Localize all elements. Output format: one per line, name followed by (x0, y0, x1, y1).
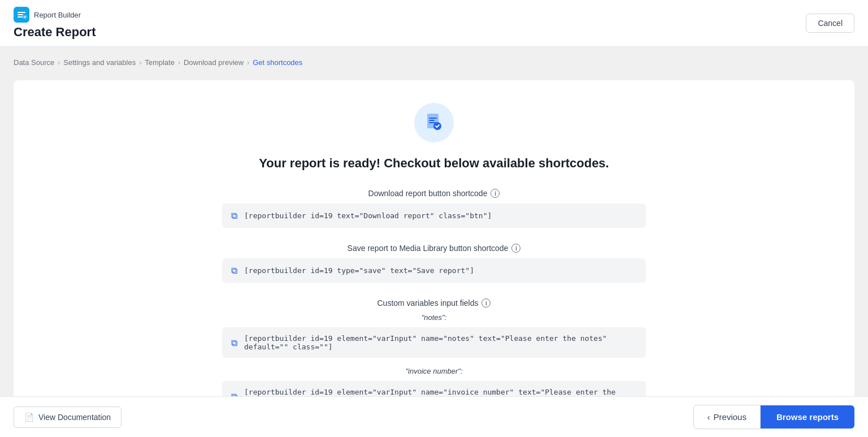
save-shortcode-text: [reportbuilder id=19 type="save" text="S… (244, 266, 474, 275)
breadcrumb-sep-3: › (178, 59, 180, 67)
header-left: Report Builder Create Report (14, 7, 96, 40)
footer: 📄 View Documentation ‹ Previous Browse r… (0, 396, 868, 437)
save-shortcode-box: ⧉ [reportbuilder id=19 type="save" text=… (222, 258, 646, 283)
variables-section: Custom variables input fields i "notes":… (222, 298, 646, 396)
app-name: Report Builder (34, 11, 81, 19)
save-shortcode-section: Save report to Media Library button shor… (222, 244, 646, 283)
download-shortcode-box: ⧉ [reportbuilder id=19 text="Download re… (222, 204, 646, 228)
notes-shortcode-box: ⧉ [reportbuilder id=19 element="varInput… (222, 327, 646, 358)
invoice-variable-label: "invoice number": (406, 367, 463, 375)
breadcrumb-item-download[interactable]: Download preview (184, 58, 244, 67)
report-file-icon (424, 113, 444, 133)
doc-page-icon: 📄 (24, 413, 34, 422)
breadcrumb-sep-2: › (139, 59, 141, 67)
save-shortcode-info-icon[interactable]: i (511, 244, 520, 253)
breadcrumb-item-data-source[interactable]: Data Source (14, 58, 54, 67)
cancel-button[interactable]: Cancel (806, 14, 854, 33)
invoice-copy-icon[interactable]: ⧉ (231, 391, 237, 397)
invoice-shortcode-text: [reportbuilder id=19 element="varInput" … (244, 388, 637, 396)
download-copy-icon[interactable]: ⧉ (231, 210, 237, 221)
notes-variable-label: "notes": (422, 313, 447, 322)
download-shortcode-text: [reportbuilder id=19 text="Download repo… (244, 211, 492, 220)
invoice-shortcode-box: ⧉ [reportbuilder id=19 element="varInput… (222, 381, 646, 396)
save-copy-icon[interactable]: ⧉ (231, 265, 237, 276)
previous-chevron-icon: ‹ (708, 412, 710, 422)
breadcrumb-sep-4: › (247, 59, 249, 67)
breadcrumb-item-template[interactable]: Template (145, 58, 175, 67)
main-heading: Your report is ready! Checkout below ava… (259, 156, 609, 171)
download-shortcode-info-icon[interactable]: i (491, 189, 500, 198)
app-brand: Report Builder (14, 7, 96, 23)
content-panel: Your report is ready! Checkout below ava… (14, 80, 854, 396)
header: Report Builder Create Report Cancel (0, 0, 868, 47)
notes-copy-icon[interactable]: ⧉ (231, 338, 237, 348)
main-content: Data Source › Settings and variables › T… (0, 47, 868, 396)
variables-section-label: Custom variables input fields i (377, 298, 491, 308)
variables-info-icon[interactable]: i (481, 298, 491, 308)
page-title: Create Report (14, 25, 96, 40)
breadcrumb-item-settings[interactable]: Settings and variables (63, 58, 136, 67)
previous-button[interactable]: ‹ Previous (693, 405, 761, 429)
view-documentation-button[interactable]: 📄 View Documentation (14, 406, 121, 428)
report-ready-icon-circle (414, 103, 454, 142)
breadcrumb-sep-1: › (58, 59, 60, 67)
notes-shortcode-text: [reportbuilder id=19 element="varInput" … (244, 334, 637, 351)
save-shortcode-label: Save report to Media Library button shor… (348, 244, 521, 253)
download-shortcode-section: Download report button shortcode i ⧉ [re… (222, 189, 646, 228)
app-logo-icon (14, 7, 29, 23)
browse-reports-button[interactable]: Browse reports (761, 405, 854, 429)
download-shortcode-label: Download report button shortcode i (368, 189, 500, 198)
footer-right: ‹ Previous Browse reports (693, 405, 854, 429)
breadcrumb-item-shortcodes[interactable]: Get shortcodes (253, 58, 302, 67)
breadcrumb: Data Source › Settings and variables › T… (14, 58, 854, 67)
